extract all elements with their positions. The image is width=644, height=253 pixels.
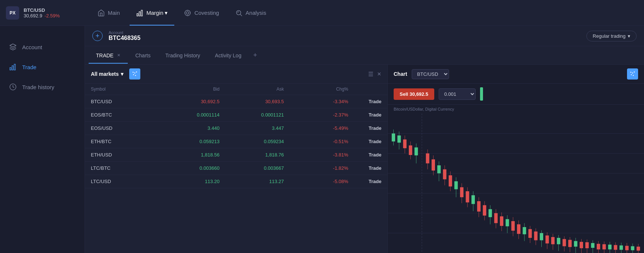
- sell-label: Sell: [400, 91, 408, 97]
- svg-rect-62: [477, 201, 480, 212]
- svg-rect-96: [574, 241, 577, 247]
- nav-analysis[interactable]: Analysis: [229, 0, 273, 26]
- all-markets-dropdown-icon: ▾: [121, 71, 123, 77]
- svg-rect-68: [494, 213, 497, 223]
- scatter-icon-button[interactable]: [129, 68, 140, 80]
- hamburger-icon[interactable]: ☰: [368, 71, 373, 78]
- nav-covesting[interactable]: Covesting: [177, 0, 226, 26]
- svg-point-4: [186, 11, 189, 14]
- panels: All markets ▾ ☰ ✕ Symbol Bid: [85, 65, 644, 253]
- svg-rect-72: [506, 219, 509, 226]
- account-bar: + Account BTC468365 Regular trading ▾: [85, 26, 644, 46]
- chart-scatter-button[interactable]: [627, 68, 638, 80]
- svg-rect-54: [454, 181, 458, 189]
- svg-rect-80: [528, 229, 532, 238]
- tab-activity-log[interactable]: Activity Log: [208, 47, 249, 64]
- tab-add-button[interactable]: +: [249, 46, 262, 64]
- nav-margin[interactable]: Margin ▾: [130, 0, 175, 26]
- tab-trade[interactable]: TRADE ✕: [89, 47, 128, 64]
- tab-trading-history[interactable]: Trading History: [158, 47, 208, 64]
- svg-point-9: [236, 10, 241, 15]
- svg-rect-82: [534, 232, 537, 240]
- svg-rect-36: [397, 135, 401, 142]
- sidebar-history-label: Trade history: [22, 84, 54, 90]
- nav-analysis-label: Analysis: [246, 10, 266, 16]
- svg-rect-76: [517, 224, 520, 234]
- sidebar: Account Trade Trade history: [0, 0, 85, 253]
- chart-bar-icon: [9, 63, 17, 71]
- margin-dropdown-icon: ▾: [165, 10, 168, 16]
- nav-covesting-label: Covesting: [194, 10, 219, 16]
- col-action: [348, 87, 381, 92]
- svg-rect-12: [10, 68, 11, 70]
- trade-ltcbtc-button[interactable]: Trade: [348, 165, 381, 171]
- layers-icon: [9, 43, 17, 51]
- markets-header-controls: ☰ ✕: [368, 71, 381, 78]
- markets-header: All markets ▾ ☰ ✕: [85, 65, 387, 84]
- top-header: PX BTC/USD 30,692.9 -2.59% Main Margin ▾: [0, 0, 644, 26]
- trade-ethbtc-button[interactable]: Trade: [348, 139, 381, 144]
- all-markets-button[interactable]: All markets ▾: [91, 71, 123, 77]
- chart-label: Chart: [394, 71, 407, 77]
- table-row[interactable]: ETH/USD 1,818.56 1,818.76 -3.81% Trade: [85, 148, 387, 162]
- nav-main-label: Main: [108, 10, 120, 16]
- col-chg: Chg%: [284, 87, 348, 92]
- sell-button[interactable]: Sell 30,692.5: [394, 88, 434, 100]
- svg-rect-70: [500, 216, 503, 226]
- tab-trade-close[interactable]: ✕: [117, 53, 120, 58]
- svg-rect-13: [12, 66, 13, 70]
- trade-ethusd-button[interactable]: Trade: [348, 152, 381, 158]
- svg-point-19: [133, 74, 134, 75]
- account-id: BTC468365: [109, 35, 140, 41]
- tab-trading-history-label: Trading History: [165, 53, 200, 58]
- account-label: Account: [109, 30, 140, 35]
- trade-eosusd-button[interactable]: Trade: [348, 125, 381, 131]
- svg-rect-92: [562, 239, 566, 246]
- candlestick-svg: [388, 114, 644, 253]
- table-row[interactable]: ETH/BTC 0.059213 0.059234 -0.51% Trade: [85, 135, 387, 148]
- add-account-button[interactable]: +: [92, 31, 103, 41]
- svg-rect-34: [392, 134, 395, 142]
- svg-rect-104: [597, 244, 600, 249]
- sidebar-item-account[interactable]: Account: [0, 37, 85, 57]
- svg-point-21: [630, 72, 631, 73]
- table-row[interactable]: LTC/BTC 0.003660 0.003667 -1.82% Trade: [85, 162, 387, 175]
- tab-trade-label: TRADE: [96, 53, 113, 58]
- regular-trading-label: Regular trading: [593, 33, 626, 39]
- svg-rect-58: [466, 191, 469, 202]
- svg-point-17: [134, 72, 136, 74]
- trade-ltcusd-button[interactable]: Trade: [348, 179, 381, 184]
- close-markets-icon[interactable]: ✕: [377, 71, 381, 77]
- chart-symbol-select[interactable]: BTC/USD ETH/USD EOS/USD: [412, 69, 449, 79]
- markets-columns: Symbol Bid Ask Chg%: [85, 84, 387, 95]
- tab-charts[interactable]: Charts: [128, 47, 158, 64]
- chart-panel: Chart BTC/USD ETH/USD EOS/USD Sell 30,69…: [388, 65, 644, 253]
- regular-trading-dropdown-icon: ▾: [628, 33, 630, 39]
- sidebar-trade-label: Trade: [22, 64, 37, 70]
- svg-rect-94: [568, 240, 572, 247]
- chart-description: Bitcoin/USDollar, Digital Currency: [388, 105, 644, 114]
- svg-rect-66: [489, 209, 492, 217]
- table-row[interactable]: EOS/BTC 0.0001114 0.0001121 -2.37% Trade: [85, 108, 387, 122]
- regular-trading-button[interactable]: Regular trading ▾: [586, 31, 637, 41]
- svg-point-23: [634, 71, 635, 72]
- svg-rect-102: [591, 243, 595, 248]
- svg-rect-56: [460, 187, 463, 197]
- svg-point-25: [633, 75, 634, 76]
- svg-rect-48: [437, 165, 441, 173]
- svg-rect-108: [608, 244, 612, 249]
- table-row[interactable]: BTC/USD 30,692.5 30,693.5 -3.34% Trade: [85, 95, 387, 108]
- trade-eosbtc-button[interactable]: Trade: [348, 112, 381, 118]
- quantity-select[interactable]: 0.001 0.01 0.1 1: [439, 88, 476, 100]
- markets-panel: All markets ▾ ☰ ✕ Symbol Bid: [85, 65, 388, 253]
- table-row[interactable]: LTC/USD 113.20 113.27 -5.08% Trade: [85, 175, 387, 188]
- sidebar-item-trade[interactable]: Trade: [0, 57, 85, 77]
- trade-btcusd-button[interactable]: Trade: [348, 99, 381, 104]
- svg-rect-1: [139, 11, 140, 16]
- nav-main[interactable]: Main: [91, 0, 127, 26]
- svg-rect-74: [511, 221, 515, 231]
- svg-line-10: [240, 14, 242, 16]
- sidebar-item-trade-history[interactable]: Trade history: [0, 77, 85, 97]
- table-row[interactable]: EOS/USD 3.440 3.447 -5.49% Trade: [85, 122, 387, 135]
- btc-change: -2.59%: [45, 13, 60, 18]
